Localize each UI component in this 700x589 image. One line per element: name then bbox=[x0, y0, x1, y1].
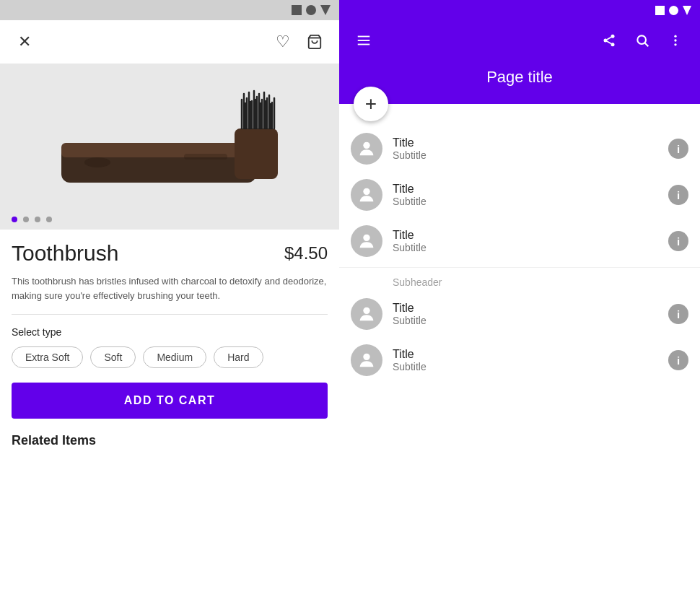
list-item: Title Subtitle i bbox=[339, 337, 700, 383]
svg-rect-25 bbox=[184, 154, 227, 160]
top-bar-right bbox=[339, 20, 700, 68]
status-square-icon-right bbox=[655, 6, 665, 15]
subheader: Subheader bbox=[339, 271, 700, 291]
product-image-area bbox=[0, 64, 339, 230]
status-bar-right bbox=[339, 0, 700, 20]
avatar-2 bbox=[351, 179, 382, 211]
dot-2 bbox=[23, 217, 29, 222]
left-panel: ✕ ♡ bbox=[0, 0, 339, 589]
fab-button[interactable]: + bbox=[354, 87, 388, 121]
product-content: Toothbrush $4.50 This toothbrush has bri… bbox=[0, 230, 339, 589]
share-button[interactable] bbox=[596, 27, 622, 53]
svg-rect-28 bbox=[358, 44, 370, 45]
product-price: $4.50 bbox=[284, 243, 328, 263]
dot-3 bbox=[35, 217, 40, 222]
list-area: Title Subtitle i Title Subtitle i bbox=[339, 104, 700, 589]
svg-point-43 bbox=[363, 354, 369, 360]
more-options-button[interactable] bbox=[662, 27, 688, 53]
list-item: Title Subtitle i bbox=[339, 291, 700, 337]
status-triangle-icon-right bbox=[683, 6, 691, 15]
list-item: Title Subtitle i bbox=[339, 126, 700, 172]
list-item-text-1: Title Subtitle bbox=[393, 136, 658, 161]
list-item-title-3: Title bbox=[393, 229, 658, 242]
type-chip-soft[interactable]: Soft bbox=[90, 346, 136, 368]
cart-button[interactable] bbox=[302, 29, 328, 55]
list-item: Title Subtitle i bbox=[339, 218, 700, 264]
svg-line-32 bbox=[607, 41, 611, 43]
svg-rect-26 bbox=[358, 36, 370, 38]
svg-point-38 bbox=[674, 43, 676, 45]
svg-rect-3 bbox=[235, 128, 278, 179]
page-title: Page title bbox=[486, 68, 553, 86]
page-title-area: Page title + bbox=[339, 68, 700, 104]
divider bbox=[12, 314, 328, 315]
type-options: Extra Soft Soft Medium Hard bbox=[12, 346, 328, 368]
top-bar-right-icons bbox=[596, 27, 688, 53]
product-header: Toothbrush $4.50 bbox=[12, 241, 328, 266]
status-bar-left bbox=[0, 0, 339, 20]
list-item-subtitle-2: Subtitle bbox=[393, 196, 658, 207]
info-icon-5[interactable]: i bbox=[668, 350, 688, 370]
type-chip-medium[interactable]: Medium bbox=[143, 346, 206, 368]
product-description: This toothbrush has bristles infused wit… bbox=[12, 274, 328, 302]
product-title: Toothbrush bbox=[12, 241, 118, 266]
list-divider bbox=[339, 267, 700, 268]
list-item-subtitle-3: Subtitle bbox=[393, 242, 658, 253]
type-chip-hard[interactable]: Hard bbox=[214, 346, 263, 368]
avatar-4 bbox=[351, 298, 382, 330]
top-bar-left-icons bbox=[351, 27, 377, 53]
list-item-title-5: Title bbox=[393, 348, 658, 361]
list-item-text-4: Title Subtitle bbox=[393, 302, 658, 326]
dot-1 bbox=[12, 217, 17, 222]
add-to-cart-button[interactable]: ADD TO CART bbox=[12, 383, 328, 419]
info-icon-2[interactable]: i bbox=[668, 185, 688, 205]
close-button[interactable]: ✕ bbox=[12, 29, 38, 55]
info-icon-3[interactable]: i bbox=[668, 231, 688, 251]
list-item-title-1: Title bbox=[393, 136, 658, 149]
status-square-icon bbox=[292, 5, 302, 15]
svg-line-33 bbox=[607, 37, 611, 39]
list-item-text-5: Title Subtitle bbox=[393, 348, 658, 372]
info-icon-1[interactable]: i bbox=[668, 139, 688, 159]
avatar-3 bbox=[351, 225, 382, 257]
status-triangle-icon bbox=[320, 5, 331, 15]
info-icon-4[interactable]: i bbox=[668, 304, 688, 324]
svg-point-29 bbox=[611, 35, 615, 38]
svg-rect-2 bbox=[61, 143, 256, 157]
list-item-text-2: Title Subtitle bbox=[393, 183, 658, 207]
svg-point-36 bbox=[674, 35, 676, 38]
svg-point-40 bbox=[363, 188, 369, 195]
list-item-title-4: Title bbox=[393, 302, 658, 315]
list-item-subtitle-4: Subtitle bbox=[393, 315, 658, 326]
list-item-subtitle-1: Subtitle bbox=[393, 149, 658, 161]
dot-4 bbox=[46, 217, 52, 222]
status-circle-icon-right bbox=[669, 6, 678, 15]
list-item-title-2: Title bbox=[393, 183, 658, 196]
svg-point-24 bbox=[84, 157, 110, 167]
right-panel: Page title + Title Subtitle i bbox=[339, 0, 700, 589]
svg-point-39 bbox=[363, 142, 369, 149]
related-items-title: Related Items bbox=[12, 433, 328, 454]
svg-point-41 bbox=[363, 235, 369, 241]
wishlist-button[interactable]: ♡ bbox=[270, 29, 296, 55]
type-chip-extra-soft[interactable]: Extra Soft bbox=[12, 346, 83, 368]
top-bar: ✕ ♡ bbox=[0, 20, 339, 64]
svg-rect-27 bbox=[358, 40, 370, 41]
list-item-text-3: Title Subtitle bbox=[393, 229, 658, 253]
avatar-1 bbox=[351, 133, 382, 165]
menu-button[interactable] bbox=[351, 27, 377, 53]
image-dots bbox=[12, 217, 52, 222]
svg-line-35 bbox=[645, 43, 649, 47]
list-item: Title Subtitle i bbox=[339, 172, 700, 218]
svg-point-42 bbox=[363, 307, 369, 314]
svg-point-31 bbox=[611, 43, 615, 46]
status-circle-icon bbox=[306, 5, 316, 15]
svg-point-30 bbox=[604, 39, 608, 43]
svg-point-34 bbox=[637, 35, 646, 44]
list-item-subtitle-5: Subtitle bbox=[393, 361, 658, 372]
avatar-5 bbox=[351, 344, 382, 376]
select-type-label: Select type bbox=[12, 326, 328, 338]
svg-point-37 bbox=[674, 39, 676, 41]
search-button[interactable] bbox=[629, 27, 655, 53]
